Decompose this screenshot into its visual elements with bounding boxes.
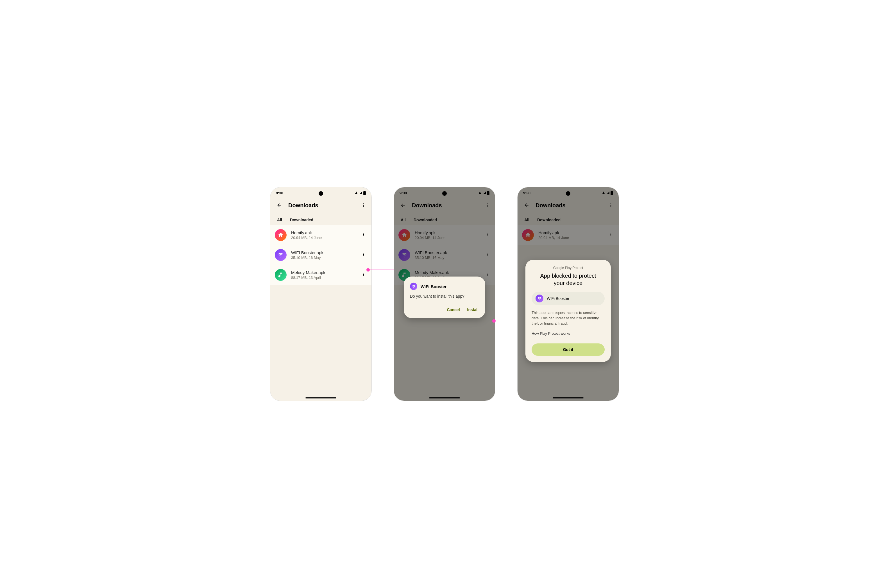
dialog-app-name: WiFi Booster bbox=[421, 284, 447, 289]
item-overflow-icon[interactable] bbox=[360, 252, 367, 258]
svg-point-19 bbox=[487, 206, 488, 207]
svg-rect-0 bbox=[363, 191, 366, 195]
svg-point-17 bbox=[487, 203, 488, 204]
svg-rect-15 bbox=[487, 191, 489, 195]
svg-point-26 bbox=[487, 255, 488, 256]
item-overflow-icon[interactable] bbox=[360, 232, 367, 238]
file-name: Melody Maker.apk bbox=[291, 270, 356, 275]
svg-point-36 bbox=[611, 233, 611, 234]
list-item[interactable]: Homify.apk 20.94 MB, 14 June bbox=[270, 225, 372, 245]
music-icon bbox=[275, 269, 287, 281]
svg-point-10 bbox=[363, 254, 364, 255]
got-it-button[interactable]: Got it bbox=[532, 344, 605, 356]
svg-point-7 bbox=[363, 235, 364, 236]
list-item[interactable]: WIFI Booster.apk 35.10 MB, 16 May bbox=[270, 245, 372, 265]
camera-hole bbox=[442, 191, 447, 196]
dialog-body: Do you want to install this app? bbox=[410, 294, 479, 298]
overflow-menu-icon[interactable] bbox=[359, 201, 368, 210]
svg-point-35 bbox=[611, 206, 611, 207]
svg-point-27 bbox=[487, 273, 488, 273]
svg-point-37 bbox=[611, 234, 611, 235]
svg-point-5 bbox=[363, 233, 364, 234]
svg-point-3 bbox=[363, 205, 364, 206]
item-overflow-icon[interactable] bbox=[360, 272, 367, 278]
svg-point-11 bbox=[363, 255, 364, 256]
camera-hole bbox=[566, 191, 570, 196]
svg-rect-1 bbox=[364, 191, 365, 192]
svg-point-39 bbox=[539, 300, 540, 300]
status-icons bbox=[354, 191, 366, 195]
list-item[interactable]: Melody Maker.apk 88.17 MB, 13 April bbox=[270, 265, 372, 285]
camera-hole bbox=[319, 191, 323, 196]
file-name: Homify.apk bbox=[291, 230, 356, 235]
phone-screen-2: 9:30 Downloads AllDownloaded Homify.apk2… bbox=[394, 187, 495, 401]
svg-point-33 bbox=[611, 203, 611, 204]
svg-point-12 bbox=[363, 273, 364, 273]
svg-point-2 bbox=[363, 203, 364, 204]
svg-rect-16 bbox=[488, 191, 489, 192]
how-play-protect-works-link[interactable]: How Play Protect works bbox=[532, 332, 570, 336]
svg-point-24 bbox=[487, 253, 488, 254]
svg-point-18 bbox=[487, 205, 488, 206]
phone-screen-1: 9:30 Downloads All Downloaded bbox=[270, 187, 372, 401]
file-name: WIFI Booster.apk bbox=[291, 250, 356, 255]
install-button[interactable]: Install bbox=[467, 305, 479, 314]
tab-downloaded[interactable]: Downloaded bbox=[290, 215, 313, 225]
dialog-title: App blocked to protect your device bbox=[532, 272, 605, 287]
svg-point-25 bbox=[487, 254, 488, 255]
svg-point-21 bbox=[487, 234, 488, 235]
back-icon[interactable] bbox=[275, 201, 284, 210]
svg-point-9 bbox=[363, 253, 364, 254]
file-meta: 35.10 MB, 16 May bbox=[291, 255, 356, 260]
file-meta: 20.94 MB, 14 June bbox=[291, 236, 356, 240]
svg-point-4 bbox=[363, 206, 364, 207]
page-title: Downloads bbox=[288, 202, 355, 208]
svg-point-8 bbox=[280, 256, 281, 257]
blocked-app-pill: WiFi Booster bbox=[532, 292, 605, 305]
svg-point-22 bbox=[487, 235, 488, 236]
svg-point-30 bbox=[413, 288, 414, 288]
install-dialog: WiFi Booster Do you want to install this… bbox=[404, 277, 485, 318]
svg-point-20 bbox=[487, 233, 488, 234]
svg-point-28 bbox=[487, 274, 488, 275]
svg-point-6 bbox=[363, 234, 364, 235]
svg-point-13 bbox=[363, 274, 364, 275]
svg-point-38 bbox=[611, 235, 611, 236]
home-icon bbox=[275, 229, 287, 241]
svg-point-14 bbox=[363, 275, 364, 276]
svg-rect-32 bbox=[611, 191, 612, 192]
wifi-icon bbox=[275, 249, 287, 261]
tab-all[interactable]: All bbox=[277, 215, 282, 225]
cancel-button[interactable]: Cancel bbox=[447, 305, 460, 314]
wifi-icon bbox=[410, 283, 417, 290]
phone-screen-3: 9:30 Downloads AllDownloaded Homify.apk2… bbox=[517, 187, 619, 401]
dialog-explanation: This app can request access to sensitive… bbox=[532, 310, 605, 326]
play-protect-block-dialog: Google Play Protect App blocked to prote… bbox=[525, 260, 611, 362]
file-meta: 88.17 MB, 13 April bbox=[291, 276, 356, 280]
file-list: Homify.apk 20.94 MB, 14 June WIFI Booste… bbox=[270, 225, 372, 285]
nav-bar-pill[interactable] bbox=[305, 398, 336, 399]
svg-point-34 bbox=[611, 205, 611, 206]
svg-rect-31 bbox=[611, 191, 613, 195]
wifi-icon bbox=[536, 294, 543, 302]
tabs: All Downloaded bbox=[270, 215, 372, 225]
blocked-app-name: WiFi Booster bbox=[547, 296, 569, 301]
svg-point-23 bbox=[404, 256, 405, 257]
dialog-eyebrow: Google Play Protect bbox=[532, 266, 605, 270]
svg-point-29 bbox=[487, 275, 488, 276]
app-bar: Downloads bbox=[270, 198, 372, 215]
status-time: 9:30 bbox=[276, 191, 283, 195]
flow-stage: 9:30 Downloads All Downloaded bbox=[270, 187, 619, 401]
